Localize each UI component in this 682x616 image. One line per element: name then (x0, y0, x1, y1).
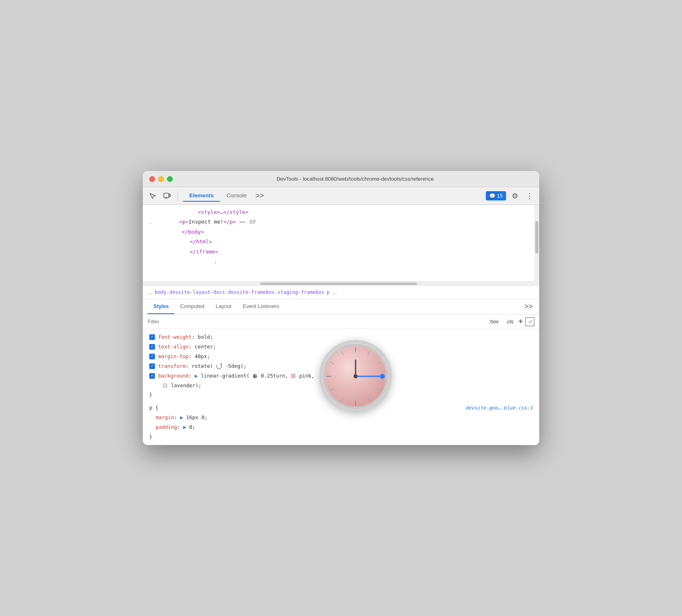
tab-elements[interactable]: Elements (183, 190, 220, 202)
styles-panel-tabs: Styles Computed Layout Event Listeners >… (143, 299, 539, 314)
add-style-button[interactable]: + (518, 317, 523, 326)
html-line-dot: . (143, 257, 539, 266)
css-panel: font-weight: bold; text-align: center; m… (143, 329, 539, 445)
css-source-link[interactable]: devsite-goo…-blue.css:1 (466, 404, 533, 412)
css-checkbox-font-weight[interactable] (149, 334, 155, 340)
html-scrollbar[interactable] (143, 281, 534, 285)
svg-point-17 (380, 374, 385, 379)
color-swatch-lavender[interactable] (163, 384, 167, 388)
traffic-lights (149, 176, 173, 182)
minimize-button[interactable] (158, 176, 164, 182)
color-swatch-pink[interactable] (291, 374, 295, 378)
device-icon[interactable] (161, 190, 173, 202)
styles-more[interactable]: >> (523, 301, 534, 312)
vertical-scrollbar[interactable] (534, 205, 539, 285)
hov-button[interactable]: :hov (487, 318, 501, 325)
clock-face (319, 340, 392, 413)
chat-badge[interactable]: 💬 15 (486, 191, 506, 200)
toolbar-right: 💬 15 ⚙ ⋮ (486, 190, 535, 202)
cls-button[interactable]: .cls (504, 318, 516, 325)
chat-icon: 💬 (489, 193, 496, 199)
css-checkbox-text-align[interactable] (149, 344, 155, 350)
filter-input[interactable] (148, 319, 483, 325)
svg-point-19 (354, 374, 358, 378)
expand-background-arrow[interactable]: ▶ (195, 373, 198, 379)
html-line-html: </html> (143, 237, 539, 247)
tab-computed[interactable]: Computed (174, 299, 210, 314)
svg-rect-0 (164, 193, 169, 198)
expand-margin-arrow[interactable]: ▶ (180, 414, 183, 420)
settings-button[interactable]: ⚙ (509, 190, 521, 202)
css-p-padding: padding: ▶ 0; (143, 422, 539, 432)
tab-console[interactable]: Console (220, 190, 253, 202)
clock-overlay (319, 340, 392, 413)
breadcrumb-path[interactable]: body.devsite-layout-docs.devsite-framebo… (155, 289, 324, 295)
svg-rect-1 (169, 194, 170, 197)
filter-bar: :hov .cls + ◁ (143, 314, 539, 329)
gradient-icon (253, 374, 257, 378)
breadcrumb-dots[interactable]: ... (148, 289, 152, 295)
html-panel: <style>…</style> … <p>Inspect me!</p> ==… (143, 205, 539, 286)
css-checkbox-margin-top[interactable] (149, 354, 155, 359)
inspect-icon[interactable] (147, 190, 158, 202)
rotate-icon (216, 364, 222, 369)
css-checkbox-background[interactable] (149, 373, 155, 379)
more-options-button[interactable]: ⋮ (524, 190, 535, 202)
css-checkbox-transform[interactable] (149, 363, 155, 369)
breadcrumb-p[interactable]: p (327, 289, 330, 295)
tab-styles[interactable]: Styles (148, 299, 174, 314)
expand-padding-arrow[interactable]: ▶ (183, 424, 186, 430)
html-dots: … (149, 218, 152, 227)
html-line-style: <style>…</style> (143, 207, 539, 217)
window-title: DevTools - localhost:8080/web/tools/chro… (178, 176, 533, 182)
devtools-window: DevTools - localhost:8080/web/tools/chro… (143, 171, 539, 445)
toolbar-tabs: Elements Console >> (183, 190, 267, 202)
css-p-close-brace: } (143, 432, 539, 442)
html-line-p: … <p>Inspect me!</p> == $0 (143, 217, 539, 227)
toggle-sidebar-button[interactable]: ◁ (525, 317, 534, 326)
devtools-toolbar: Elements Console >> 💬 15 ⚙ ⋮ (143, 187, 539, 205)
toolbar-more[interactable]: >> (253, 190, 267, 202)
html-line-iframe: </iframe> (143, 247, 539, 257)
maximize-button[interactable] (167, 176, 173, 182)
html-line-body: </body> (143, 227, 539, 237)
close-button[interactable] (149, 176, 155, 182)
breadcrumb-bar: ... body.devsite-layout-docs.devsite-fra… (143, 286, 539, 299)
breadcrumb-more[interactable]: ... (332, 289, 337, 295)
css-p-margin: margin: ▶ 16px 0; (143, 413, 539, 422)
tab-layout[interactable]: Layout (210, 299, 237, 314)
filter-actions: :hov .cls + ◁ (487, 317, 534, 326)
clock-svg (322, 343, 389, 409)
chat-count: 15 (497, 193, 503, 199)
toolbar-divider (178, 192, 178, 200)
title-bar: DevTools - localhost:8080/web/tools/chro… (143, 171, 539, 187)
tab-event-listeners[interactable]: Event Listeners (237, 299, 285, 314)
